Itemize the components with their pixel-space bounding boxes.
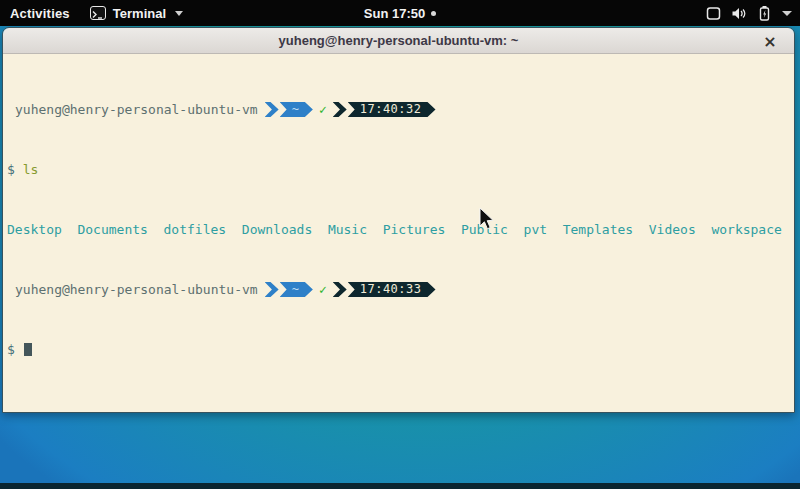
battery-charging-icon — [757, 5, 772, 21]
prompt-user-host: yuheng@henry-personal-ubuntu-vm — [15, 102, 258, 117]
status-check-icon: ✓ — [319, 102, 327, 117]
prompt-time-segment: 17:40:32 — [348, 102, 436, 117]
powerline-arrow-icon — [333, 102, 347, 117]
chevron-down-icon — [175, 11, 183, 16]
prompt-row: yuheng@henry-personal-ubuntu-vm ~ ✓ 17:4… — [7, 102, 794, 117]
command-row: $ ls — [7, 162, 794, 177]
text-cursor — [24, 343, 32, 356]
prompt-row: yuheng@henry-personal-ubuntu-vm ~ ✓ 17:4… — [7, 282, 794, 297]
window-title: yuheng@henry-personal-ubuntu-vm: ~ — [279, 33, 519, 48]
clock-label: Sun 17:50 — [364, 6, 425, 21]
powerline-arrow-icon — [265, 282, 279, 297]
terminal-content[interactable]: yuheng@henry-personal-ubuntu-vm ~ ✓ 17:4… — [3, 54, 794, 412]
powerline-arrow-icon — [333, 282, 347, 297]
ls-output-row: Desktop Documents dotfiles Downloads Mus… — [7, 222, 794, 237]
prompt-directory-segment: ~ — [280, 282, 313, 297]
prompt-symbol: $ — [7, 342, 15, 357]
notification-dot-icon — [431, 11, 436, 16]
status-check-icon: ✓ — [319, 282, 327, 297]
terminal-icon — [90, 6, 106, 20]
chevron-down-icon — [782, 11, 792, 16]
prompt-directory-segment: ~ — [280, 102, 313, 117]
volume-icon — [731, 6, 747, 21]
powerline-arrow-icon — [265, 102, 279, 117]
activities-button[interactable]: Activities — [0, 6, 82, 21]
terminal-window: yuheng@henry-personal-ubuntu-vm: ~ × yuh… — [2, 27, 795, 413]
window-titlebar[interactable]: yuheng@henry-personal-ubuntu-vm: ~ × — [3, 28, 794, 54]
close-button[interactable]: × — [758, 28, 782, 54]
system-tray[interactable] — [706, 0, 792, 26]
top-bar: Activities Terminal Sun 17:50 — [0, 0, 800, 26]
prompt-user-host: yuheng@henry-personal-ubuntu-vm — [15, 282, 258, 297]
screen-icon — [706, 6, 721, 21]
command-text: ls — [23, 162, 39, 177]
desktop-bottom-edge — [0, 483, 800, 489]
command-row: $ — [7, 342, 794, 357]
app-menu-label: Terminal — [113, 6, 166, 21]
app-menu-terminal[interactable]: Terminal — [82, 6, 191, 21]
prompt-time-segment: 17:40:33 — [348, 282, 436, 297]
prompt-symbol: $ — [7, 162, 15, 177]
